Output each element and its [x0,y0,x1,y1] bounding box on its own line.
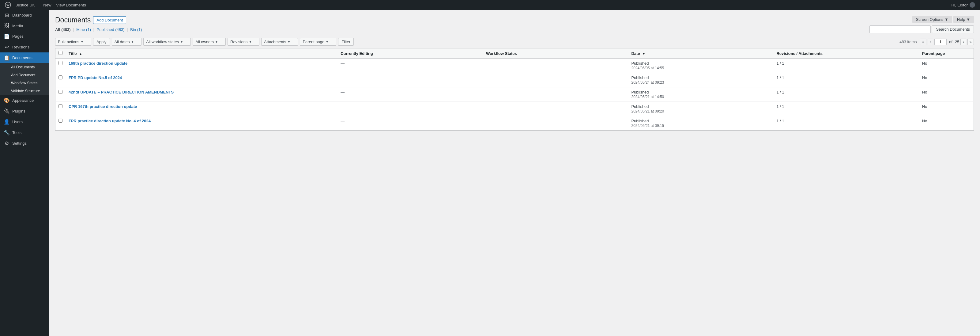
check-all-th [56,48,66,59]
row-parent-page-cell: No [919,116,974,131]
submenu-item-all-documents[interactable]: All Documents [0,63,49,71]
row-editing-cell: — [337,116,483,131]
documents-submenu: All Documents Add Document Workflow Stat… [0,63,49,95]
th-workflow-states: Workflow States [483,48,628,59]
all-dates-dropdown[interactable]: All dates ▼ [112,38,142,46]
title-sort-icon: ▲ [79,52,82,56]
sidebar-item-users[interactable]: 👤 Users [0,117,49,127]
page-title: Documents [55,16,91,24]
row-workflow-cell [483,73,628,87]
revisions-dropdown[interactable]: Revisions ▼ [228,38,259,46]
row-parent-page-cell: No [919,102,974,116]
row-revisions-attachments-cell: 1 / 1 [773,87,919,102]
view-documents-link[interactable]: View Documents [54,0,88,10]
table-header-row: Title ▲ Currently Editing Workflow State… [56,48,974,59]
row-checkbox[interactable] [59,75,62,79]
document-title-link[interactable]: FPR PD update No.5 of 2024 [68,75,122,80]
row-checkbox-cell [56,73,66,87]
last-page-button[interactable]: » [967,38,974,45]
row-checkbox[interactable] [59,104,62,108]
pagination: 483 items « ‹ of 25 › » [899,38,974,45]
main-content: Screen Options ▼ Help ▼ Documents Add Do… [49,10,980,336]
bulk-actions-chevron-icon: ▼ [81,40,84,43]
workflow-states-dropdown[interactable]: All workflow states ▼ [143,38,191,46]
table-row: FPR practice direction update No. 4 of 2… [56,116,974,131]
help-button[interactable]: Help ▼ [953,16,974,23]
sidebar-item-media[interactable]: 🖼 Media [0,21,49,31]
row-title-cell: CPR 167th practice direction update [65,102,337,116]
next-page-button[interactable]: › [960,38,966,45]
filter-button[interactable]: Filter [338,38,354,46]
site-name: Justice UK [16,3,35,7]
parent-page-value: No [922,61,928,66]
page-header: Documents Add Document [55,16,912,24]
filter-mine-link[interactable]: Mine (1) [76,27,92,32]
filter-all-link[interactable]: All (483) [55,27,72,32]
submenu-item-workflow-states[interactable]: Workflow States [0,79,49,87]
sidebar-item-revisions[interactable]: ↩ Revisions [0,42,49,53]
row-parent-page-cell: No [919,87,974,102]
date-status: Published [631,90,649,94]
row-checkbox[interactable] [59,118,62,123]
tools-icon: 🔧 [4,130,10,136]
document-title-link[interactable]: FPR practice direction update No. 4 of 2… [68,118,151,123]
first-page-button[interactable]: « [920,38,926,45]
row-checkbox[interactable] [59,61,62,65]
prev-page-button[interactable]: ‹ [928,38,933,45]
sidebar-item-appearance[interactable]: 🎨 Appearance [0,95,49,106]
all-owners-dropdown[interactable]: All owners ▼ [192,38,226,46]
row-date-cell: Published 2024/05/24 at 09:23 [628,73,773,87]
row-checkbox[interactable] [59,90,62,94]
filter-bin-link[interactable]: Bin (1) [130,27,142,32]
revisions-attachments-value: 1 / 1 [776,61,784,66]
dashboard-icon: ⊞ [4,12,10,18]
row-title-cell: FPR practice direction update No. 4 of 2… [65,116,337,131]
plugins-icon: 🔌 [4,108,10,114]
filter-published-link[interactable]: Published (483) [97,27,126,32]
admin-bar: W Justice UK + New View Documents Hi, Ed… [0,0,980,10]
check-all-checkbox[interactable] [59,51,62,55]
new-label: + New [40,3,51,7]
row-title-cell: FPR PD update No.5 of 2024 [65,73,337,87]
sidebar-item-dashboard[interactable]: ⊞ Dashboard [0,10,49,21]
editing-value: — [340,75,345,80]
date-status: Published [631,75,649,80]
row-workflow-cell [483,116,628,131]
current-page-input[interactable] [934,38,947,45]
sidebar-item-pages[interactable]: 📄 Pages [0,31,49,42]
attachments-dropdown[interactable]: Attachments ▼ [261,38,298,46]
items-count: 483 items [899,40,916,44]
sidebar-item-documents[interactable]: 📋 Documents All Documents Add Document W… [0,53,49,95]
add-document-button[interactable]: Add Document [93,16,126,24]
site-name-link[interactable]: Justice UK [13,0,37,10]
row-revisions-attachments-cell: 1 / 1 [773,59,919,73]
search-input[interactable] [869,26,931,33]
document-title-link[interactable]: 42ndt UPDATE – PRACTICE DIRECTION AMENDM… [68,90,173,94]
date-time: 2024/05/24 at 09:23 [631,80,664,85]
screen-options-button[interactable]: Screen Options ▼ [912,16,952,23]
user-avatar-icon [970,2,975,8]
user-greeting[interactable]: Hi, Editor [949,0,978,10]
th-title[interactable]: Title ▲ [65,48,337,59]
workflow-states-chevron-icon: ▼ [180,40,183,43]
sidebar-item-plugins[interactable]: 🔌 Plugins [0,106,49,117]
admin-menu: ⊞ Dashboard 🖼 Media 📄 Pages ↩ Revisions [0,10,49,149]
submenu-item-validate-structure[interactable]: Validate Structure [0,87,49,95]
row-editing-cell: — [337,59,483,73]
submenu-item-add-document[interactable]: Add Document [0,71,49,79]
apply-button[interactable]: Apply [93,38,110,46]
sidebar-item-tools[interactable]: 🔧 Tools [0,127,49,138]
documents-table: Title ▲ Currently Editing Workflow State… [55,48,974,131]
new-content-link[interactable]: + New [37,0,54,10]
bulk-actions-dropdown[interactable]: Bulk actions ▼ [55,38,91,46]
th-date[interactable]: Date ▼ [628,48,773,59]
search-documents-button[interactable]: Search Documents [932,26,974,33]
document-title-link[interactable]: CPR 167th practice direction update [68,104,137,109]
wp-logo[interactable]: W [2,0,13,10]
sidebar-item-settings[interactable]: ⚙ Settings [0,138,49,149]
svg-text:W: W [6,3,10,7]
document-title-link[interactable]: 168th practice direction update [68,61,127,66]
row-title-cell: 42ndt UPDATE – PRACTICE DIRECTION AMENDM… [65,87,337,102]
view-documents-label: View Documents [56,3,86,7]
parent-page-dropdown[interactable]: Parent page ▼ [300,38,336,46]
